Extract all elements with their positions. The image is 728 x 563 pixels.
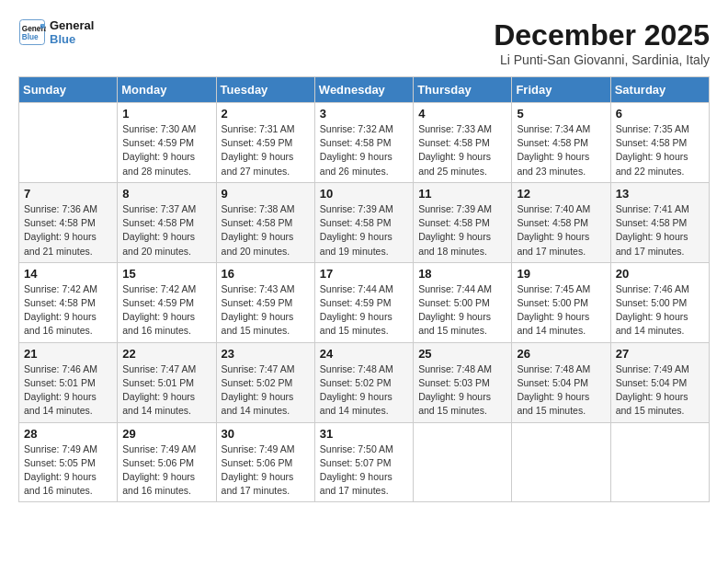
day-info: Sunrise: 7:34 AMSunset: 4:58 PMDaylight:… (517, 122, 605, 178)
day-info: Sunrise: 7:47 AMSunset: 5:01 PMDaylight:… (122, 362, 210, 419)
day-info: Sunrise: 7:40 AMSunset: 4:58 PMDaylight:… (517, 202, 605, 259)
day-info: Sunrise: 7:39 AMSunset: 4:58 PMDaylight:… (320, 202, 408, 259)
day-info: Sunrise: 7:46 AMSunset: 5:00 PMDaylight:… (616, 282, 704, 339)
table-row: 8Sunrise: 7:37 AMSunset: 4:58 PMDaylight… (118, 182, 216, 262)
table-row: 14Sunrise: 7:42 AMSunset: 4:58 PMDayligh… (19, 262, 118, 342)
day-number: 17 (320, 267, 408, 281)
table-row: 3Sunrise: 7:32 AMSunset: 4:58 PMDaylight… (314, 103, 413, 183)
day-info: Sunrise: 7:33 AMSunset: 4:58 PMDaylight:… (418, 122, 506, 178)
day-info: Sunrise: 7:38 AMSunset: 4:58 PMDaylight:… (222, 202, 310, 259)
calendar-week-row: 21Sunrise: 7:46 AMSunset: 5:01 PMDayligh… (19, 342, 710, 422)
table-row: 24Sunrise: 7:48 AMSunset: 5:02 PMDayligh… (314, 342, 413, 422)
day-number: 12 (517, 187, 605, 201)
table-row: 15Sunrise: 7:42 AMSunset: 4:59 PMDayligh… (118, 262, 216, 342)
col-wednesday: Wednesday (314, 77, 413, 103)
day-number: 20 (616, 267, 704, 281)
day-number: 6 (616, 107, 704, 121)
table-row: 27Sunrise: 7:49 AMSunset: 5:04 PMDayligh… (610, 342, 709, 422)
day-info: Sunrise: 7:39 AMSunset: 4:58 PMDaylight:… (418, 202, 506, 259)
table-row: 13Sunrise: 7:41 AMSunset: 4:58 PMDayligh… (610, 182, 709, 262)
calendar-week-row: 28Sunrise: 7:49 AMSunset: 5:05 PMDayligh… (19, 422, 710, 502)
day-info: Sunrise: 7:42 AMSunset: 4:59 PMDaylight:… (122, 282, 210, 339)
table-row: 25Sunrise: 7:48 AMSunset: 5:03 PMDayligh… (414, 342, 512, 422)
day-number: 4 (418, 107, 506, 121)
day-number: 27 (616, 347, 704, 361)
day-info: Sunrise: 7:44 AMSunset: 5:00 PMDaylight:… (418, 282, 506, 339)
day-number: 15 (122, 267, 210, 281)
logo: General Blue General Blue (18, 18, 94, 46)
day-number: 11 (418, 187, 506, 201)
table-row: 7Sunrise: 7:36 AMSunset: 4:58 PMDaylight… (19, 182, 118, 262)
table-row (610, 422, 709, 502)
table-row: 1Sunrise: 7:30 AMSunset: 4:59 PMDaylight… (118, 103, 216, 183)
day-number: 31 (320, 427, 408, 441)
day-info: Sunrise: 7:50 AMSunset: 5:07 PMDaylight:… (320, 442, 408, 499)
table-row: 31Sunrise: 7:50 AMSunset: 5:07 PMDayligh… (314, 422, 413, 502)
table-row: 19Sunrise: 7:45 AMSunset: 5:00 PMDayligh… (512, 262, 610, 342)
table-row: 11Sunrise: 7:39 AMSunset: 4:58 PMDayligh… (414, 182, 512, 262)
day-info: Sunrise: 7:48 AMSunset: 5:02 PMDaylight:… (320, 362, 408, 419)
day-number: 1 (122, 107, 210, 121)
day-info: Sunrise: 7:49 AMSunset: 5:06 PMDaylight:… (222, 442, 310, 499)
day-number: 14 (24, 267, 112, 281)
table-row (414, 422, 512, 502)
day-number: 13 (616, 187, 704, 201)
day-info: Sunrise: 7:48 AMSunset: 5:04 PMDaylight:… (517, 362, 605, 419)
table-row: 28Sunrise: 7:49 AMSunset: 5:05 PMDayligh… (19, 422, 118, 502)
calendar-header-row: Sunday Monday Tuesday Wednesday Thursday… (19, 77, 710, 103)
day-info: Sunrise: 7:49 AMSunset: 5:04 PMDaylight:… (616, 362, 704, 419)
page-header: General Blue General Blue December 2025 … (18, 18, 710, 67)
day-number: 3 (320, 107, 408, 121)
day-number: 21 (24, 347, 112, 361)
table-row: 29Sunrise: 7:49 AMSunset: 5:06 PMDayligh… (118, 422, 216, 502)
day-info: Sunrise: 7:47 AMSunset: 5:02 PMDaylight:… (222, 362, 310, 419)
calendar-week-row: 14Sunrise: 7:42 AMSunset: 4:58 PMDayligh… (19, 262, 710, 342)
table-row: 5Sunrise: 7:34 AMSunset: 4:58 PMDaylight… (512, 103, 610, 183)
col-thursday: Thursday (414, 77, 512, 103)
day-number: 26 (517, 347, 605, 361)
table-row: 23Sunrise: 7:47 AMSunset: 5:02 PMDayligh… (216, 342, 314, 422)
day-info: Sunrise: 7:45 AMSunset: 5:00 PMDaylight:… (517, 282, 605, 339)
table-row: 12Sunrise: 7:40 AMSunset: 4:58 PMDayligh… (512, 182, 610, 262)
table-row: 10Sunrise: 7:39 AMSunset: 4:58 PMDayligh… (314, 182, 413, 262)
day-number: 16 (222, 267, 310, 281)
table-row: 20Sunrise: 7:46 AMSunset: 5:00 PMDayligh… (610, 262, 709, 342)
col-friday: Friday (512, 77, 610, 103)
day-number: 18 (418, 267, 506, 281)
day-info: Sunrise: 7:49 AMSunset: 5:06 PMDaylight:… (122, 442, 210, 499)
col-tuesday: Tuesday (216, 77, 314, 103)
table-row: 26Sunrise: 7:48 AMSunset: 5:04 PMDayligh… (512, 342, 610, 422)
col-monday: Monday (118, 77, 216, 103)
day-number: 23 (222, 347, 310, 361)
calendar-table: Sunday Monday Tuesday Wednesday Thursday… (18, 76, 710, 502)
day-number: 25 (418, 347, 506, 361)
day-number: 2 (222, 107, 310, 121)
table-row: 21Sunrise: 7:46 AMSunset: 5:01 PMDayligh… (19, 342, 118, 422)
day-number: 8 (122, 187, 210, 201)
table-row: 9Sunrise: 7:38 AMSunset: 4:58 PMDaylight… (216, 182, 314, 262)
table-row (512, 422, 610, 502)
day-info: Sunrise: 7:49 AMSunset: 5:05 PMDaylight:… (24, 442, 112, 499)
table-row: 17Sunrise: 7:44 AMSunset: 4:59 PMDayligh… (314, 262, 413, 342)
calendar-week-row: 7Sunrise: 7:36 AMSunset: 4:58 PMDaylight… (19, 182, 710, 262)
day-info: Sunrise: 7:32 AMSunset: 4:58 PMDaylight:… (320, 122, 408, 178)
day-info: Sunrise: 7:30 AMSunset: 4:59 PMDaylight:… (122, 122, 210, 178)
table-row: 2Sunrise: 7:31 AMSunset: 4:59 PMDaylight… (216, 103, 314, 183)
table-row: 16Sunrise: 7:43 AMSunset: 4:59 PMDayligh… (216, 262, 314, 342)
table-row: 30Sunrise: 7:49 AMSunset: 5:06 PMDayligh… (216, 422, 314, 502)
day-number: 22 (122, 347, 210, 361)
day-info: Sunrise: 7:37 AMSunset: 4:58 PMDaylight:… (122, 202, 210, 259)
day-info: Sunrise: 7:36 AMSunset: 4:58 PMDaylight:… (24, 202, 112, 259)
day-number: 7 (24, 187, 112, 201)
table-row: 18Sunrise: 7:44 AMSunset: 5:00 PMDayligh… (414, 262, 512, 342)
day-number: 19 (517, 267, 605, 281)
col-saturday: Saturday (610, 77, 709, 103)
day-number: 24 (320, 347, 408, 361)
logo-text: General (50, 18, 94, 32)
table-row: 4Sunrise: 7:33 AMSunset: 4:58 PMDaylight… (414, 103, 512, 183)
calendar-week-row: 1Sunrise: 7:30 AMSunset: 4:59 PMDaylight… (19, 103, 710, 183)
day-number: 5 (517, 107, 605, 121)
day-info: Sunrise: 7:41 AMSunset: 4:58 PMDaylight:… (616, 202, 704, 259)
day-info: Sunrise: 7:35 AMSunset: 4:58 PMDaylight:… (616, 122, 704, 178)
day-number: 29 (122, 427, 210, 441)
